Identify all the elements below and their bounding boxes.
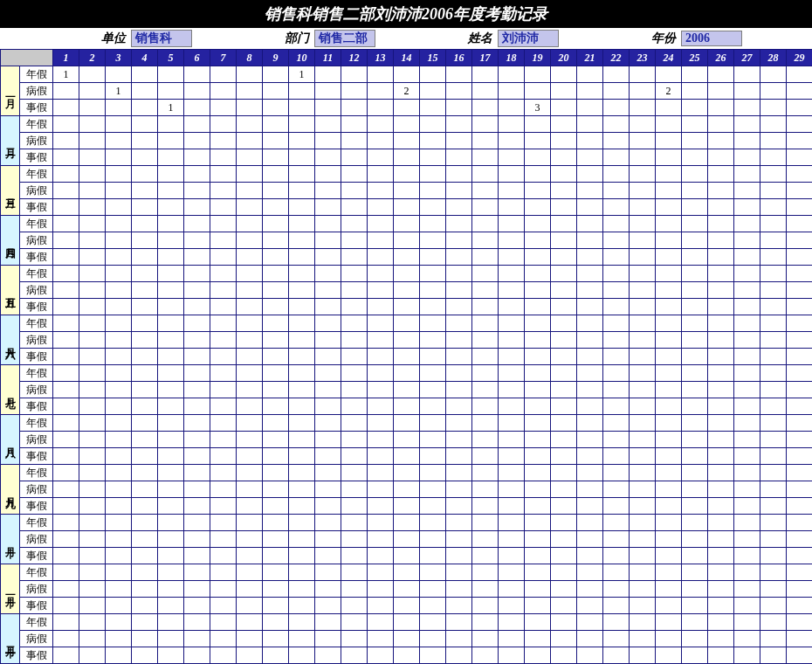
attendance-cell — [263, 199, 289, 216]
attendance-cell — [682, 183, 708, 199]
attendance-cell — [420, 133, 446, 149]
attendance-cell — [499, 315, 525, 332]
attendance-cell — [289, 448, 315, 465]
leave-type-label: 病假 — [20, 531, 53, 548]
attendance-cell — [420, 614, 446, 631]
attendance-cell — [603, 133, 630, 149]
attendance-cell — [551, 432, 577, 448]
attendance-cell — [446, 133, 472, 149]
attendance-cell — [551, 531, 577, 548]
attendance-cell — [656, 465, 682, 481]
attendance-cell — [787, 365, 813, 382]
attendance-cell — [315, 332, 341, 349]
attendance-cell — [237, 531, 263, 548]
attendance-cell — [499, 465, 525, 481]
attendance-cell — [341, 266, 368, 282]
attendance-cell — [341, 66, 368, 83]
attendance-cell — [263, 149, 289, 166]
month-label: 五月 — [1, 266, 20, 315]
day-header-8: 8 — [237, 50, 263, 66]
attendance-cell — [499, 448, 525, 465]
attendance-cell — [158, 299, 184, 315]
attendance-cell — [184, 349, 210, 365]
attendance-cell — [577, 299, 603, 315]
attendance-cell — [525, 282, 551, 299]
attendance-cell — [656, 133, 682, 149]
attendance-cell — [499, 481, 525, 498]
attendance-cell — [184, 581, 210, 598]
attendance-cell — [263, 349, 289, 365]
attendance-cell — [368, 415, 394, 432]
attendance-cell — [79, 647, 106, 664]
attendance-cell — [341, 133, 368, 149]
attendance-cell — [184, 116, 210, 133]
attendance-cell — [551, 116, 577, 133]
attendance-cell — [499, 232, 525, 249]
name-value: 刘沛沛 — [498, 30, 559, 47]
attendance-cell — [577, 365, 603, 382]
page-title: 销售科销售二部刘沛沛2006年度考勤记录 — [0, 0, 812, 28]
attendance-cell — [368, 498, 394, 515]
attendance-cell — [158, 249, 184, 266]
attendance-cell — [446, 432, 472, 448]
attendance-cell — [106, 432, 132, 448]
attendance-cell — [315, 448, 341, 465]
attendance-cell — [53, 183, 79, 199]
attendance-cell — [682, 332, 708, 349]
attendance-cell — [525, 365, 551, 382]
attendance-cell — [368, 299, 394, 315]
attendance-cell — [472, 116, 499, 133]
attendance-cell — [106, 515, 132, 531]
leave-type-label: 年假 — [20, 315, 53, 332]
attendance-cell — [79, 315, 106, 332]
attendance-cell — [79, 432, 106, 448]
attendance-cell — [577, 448, 603, 465]
attendance-cell — [368, 531, 394, 548]
attendance-cell — [289, 149, 315, 166]
attendance-cell — [237, 282, 263, 299]
attendance-cell — [603, 515, 630, 531]
attendance-cell — [603, 598, 630, 614]
attendance-cell — [263, 581, 289, 598]
attendance-cell — [184, 481, 210, 498]
attendance-cell — [551, 448, 577, 465]
attendance-cell — [132, 216, 158, 232]
leave-type-label: 病假 — [20, 282, 53, 299]
attendance-cell — [184, 299, 210, 315]
day-header-6: 6 — [184, 50, 210, 66]
attendance-cell — [551, 282, 577, 299]
attendance-cell — [79, 548, 106, 564]
attendance-cell — [787, 299, 813, 315]
attendance-cell — [158, 332, 184, 349]
attendance-cell — [210, 282, 237, 299]
attendance-cell — [760, 382, 787, 398]
attendance-cell — [341, 282, 368, 299]
attendance-cell — [341, 232, 368, 249]
attendance-cell — [184, 133, 210, 149]
attendance-cell — [656, 448, 682, 465]
attendance-cell — [525, 465, 551, 481]
attendance-cell — [79, 614, 106, 631]
attendance-cell — [420, 498, 446, 515]
attendance-cell — [132, 448, 158, 465]
attendance-cell — [315, 531, 341, 548]
attendance-cell — [787, 598, 813, 614]
attendance-cell — [368, 481, 394, 498]
attendance-cell — [394, 266, 420, 282]
attendance-cell — [499, 166, 525, 183]
attendance-cell — [708, 365, 734, 382]
attendance-cell — [787, 232, 813, 249]
attendance-cell — [289, 83, 315, 100]
attendance-cell — [394, 647, 420, 664]
attendance-cell — [577, 332, 603, 349]
attendance-cell — [760, 631, 787, 647]
attendance-cell — [446, 548, 472, 564]
attendance-cell — [158, 216, 184, 232]
attendance-cell — [315, 631, 341, 647]
attendance-cell — [525, 315, 551, 332]
attendance-cell — [630, 83, 656, 100]
attendance-cell — [499, 133, 525, 149]
attendance-cell — [341, 432, 368, 448]
attendance-cell — [708, 183, 734, 199]
attendance-cell — [237, 498, 263, 515]
